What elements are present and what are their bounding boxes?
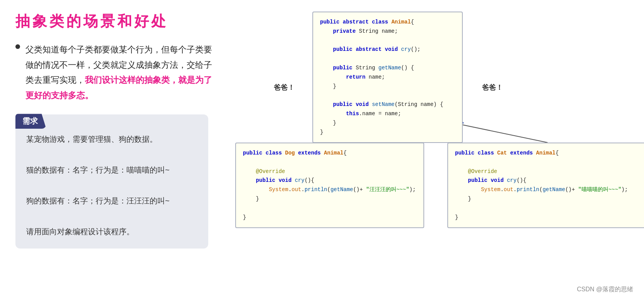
bullet-dot [15, 44, 20, 49]
arrow-label-left: 爸爸！ [274, 83, 295, 92]
main-title: 抽象类的场景和好处 [15, 12, 224, 31]
page-container: 抽象类的场景和好处 父类知道每个子类都要做某个行为，但每个子类要 做的情况不一样… [0, 0, 644, 299]
watermark: CSDN @落霞的思绪 [577, 286, 633, 294]
needs-content: 某宠物游戏，需要管理猫、狗的数据。 猫的数据有：名字；行为是：喵喵喵的叫~ 狗的… [26, 131, 197, 239]
left-section: 抽象类的场景和好处 父类知道每个子类都要做某个行为，但每个子类要 做的情况不一样… [15, 12, 231, 287]
bullet-text: 父类知道每个子类都要做某个行为，但每个子类要 做的情况不一样，父类就定义成抽象方… [25, 42, 212, 103]
highlight-text: 我们设计这样的抽象类，就是为了 更好的支持多态。 [25, 75, 212, 100]
svg-line-2 [459, 124, 548, 143]
animal-class-box: public abstract class Animal{ private St… [312, 12, 463, 143]
bullet-point: 父类知道每个子类都要做某个行为，但每个子类要 做的情况不一样，父类就定义成抽象方… [15, 42, 224, 103]
cat-class-box: public class Cat extends Animal{ @Overri… [447, 143, 644, 228]
arrow-label-right: 爸爸！ [482, 83, 503, 92]
needs-label: 需求 [15, 114, 46, 129]
dog-class-box: public class Dog extends Animal{ @Overri… [235, 143, 424, 228]
needs-box: 需求 某宠物游戏，需要管理猫、狗的数据。 猫的数据有：名字；行为是：喵喵喵的叫~… [15, 114, 208, 249]
right-section: public abstract class Animal{ private St… [231, 12, 629, 287]
